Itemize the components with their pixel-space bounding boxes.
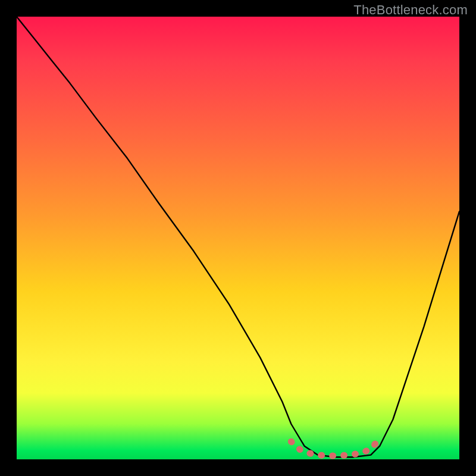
sweet-spot-end-dot [372, 441, 378, 447]
plot-svg [17, 17, 459, 459]
bottleneck-curve [17, 17, 459, 457]
watermark-text: TheBottleneck.com [353, 2, 468, 18]
plot-area [17, 17, 459, 459]
chart-frame: TheBottleneck.com [0, 0, 476, 476]
